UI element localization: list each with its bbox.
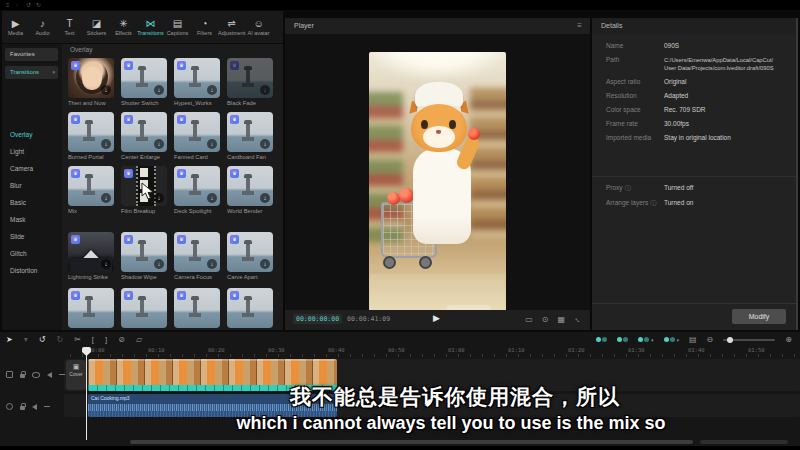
speaker-icon[interactable] xyxy=(47,372,52,378)
transition-world-bender[interactable]: ♛↓World Bender xyxy=(227,166,273,215)
sidebar-item-distortion[interactable]: Distortion xyxy=(10,266,37,275)
sidebar-item-basic[interactable]: Basic xyxy=(10,198,26,207)
transition-shutter-switch[interactable]: ♛↓Shutter Switch xyxy=(121,58,167,107)
download-icon[interactable]: ↓ xyxy=(154,139,164,149)
trim-left-icon[interactable]: [ xyxy=(92,333,94,346)
transition-camera-focus[interactable]: ♛↓Camera Focus xyxy=(174,232,220,281)
download-icon[interactable]: ↓ xyxy=(101,85,111,95)
download-icon[interactable]: ↓ xyxy=(154,85,164,95)
app-menu-icon[interactable]: ≡ xyxy=(6,1,10,9)
sidebar-item-light[interactable]: Light xyxy=(10,147,24,156)
transition-fanned-card[interactable]: ♛↓Fanned Card xyxy=(174,112,220,161)
sidebar-favorites-button[interactable]: Favorites xyxy=(5,48,58,61)
download-icon[interactable]: ↓ xyxy=(260,139,270,149)
download-icon[interactable]: ↓ xyxy=(207,85,217,95)
preview-toggle-icon[interactable]: ▾ xyxy=(664,337,680,343)
download-icon[interactable]: ↓ xyxy=(260,193,270,203)
download-icon[interactable]: ↓ xyxy=(207,259,217,269)
transition-burned-portal[interactable]: ♛↓Burned Portal xyxy=(68,112,114,161)
redo-icon[interactable]: ↻ xyxy=(56,333,63,346)
download-icon[interactable]: ↓ xyxy=(154,193,164,203)
transition-center-enlarge[interactable]: ♛↓Center Enlarge xyxy=(121,112,167,161)
link-toggle-icon[interactable]: ▾ xyxy=(638,337,654,343)
redo-icon[interactable]: ↻ xyxy=(36,1,41,9)
tab-text[interactable]: TText xyxy=(56,18,83,37)
transition-shadow-wipe[interactable]: ♛↓Shadow Wipe xyxy=(121,232,167,281)
lock-icon[interactable] xyxy=(20,374,25,378)
transition-partial[interactable]: ♛ xyxy=(174,288,220,328)
info-icon[interactable]: ⓘ xyxy=(650,200,656,206)
select-tool-icon[interactable]: ➤ xyxy=(6,333,13,346)
timeline-scrollbar-end[interactable] xyxy=(700,440,788,444)
modify-button[interactable]: Modify xyxy=(732,309,786,324)
tab-captions[interactable]: ▤Captions xyxy=(164,18,191,37)
render-quality-icon[interactable]: ⊙ xyxy=(542,313,549,326)
download-icon[interactable]: ↓ xyxy=(207,193,217,203)
timeline-ruler[interactable]: 00:0000:1000:2000:3000:4000:5001:0001:10… xyxy=(64,347,800,357)
transition-black-fade[interactable]: ♛↓Black Fade xyxy=(227,58,273,107)
download-icon[interactable]: ↓ xyxy=(101,193,111,203)
select-caret-icon[interactable]: ▾ xyxy=(24,333,28,346)
sidebar-transitions-button[interactable]: Transitions ▾ xyxy=(5,66,58,79)
download-icon[interactable]: ↓ xyxy=(154,259,164,269)
transition-cardboard-fan[interactable]: ♛↓Cardboard Fan xyxy=(227,112,273,161)
grid-icon[interactable]: ▦ xyxy=(557,313,565,326)
circle-icon[interactable] xyxy=(6,403,13,410)
player-menu-icon[interactable]: ≡ xyxy=(577,18,582,34)
sidebar-item-slide[interactable]: Slide xyxy=(10,232,24,241)
eye-icon[interactable] xyxy=(32,372,40,378)
transition-lightning-strike[interactable]: ♛↓Lightning Strike xyxy=(68,232,114,281)
speaker-icon[interactable] xyxy=(32,404,37,410)
download-icon[interactable]: ↓ xyxy=(207,139,217,149)
trim-right-icon[interactable]: ] xyxy=(105,333,107,346)
transition-carve-apart[interactable]: ♛↓Carve Apart xyxy=(227,232,273,281)
minus-icon[interactable] xyxy=(59,374,65,375)
tab-stickers[interactable]: ◪Stickers xyxy=(83,18,110,37)
transition-hypest-works[interactable]: ♛↓Hypest_Works xyxy=(174,58,220,107)
tab-filters[interactable]: ◔Filters xyxy=(191,18,218,37)
sidebar-item-blur[interactable]: Blur xyxy=(10,181,22,190)
save-icon[interactable]: ◦ xyxy=(16,1,18,9)
transition-partial[interactable]: ♛ xyxy=(227,288,273,328)
download-icon[interactable]: ↓ xyxy=(260,85,270,95)
crop-icon[interactable]: ▱ xyxy=(136,333,142,346)
timeline-zoom-slider[interactable] xyxy=(723,339,775,341)
undo-icon[interactable]: ↺ xyxy=(39,333,46,346)
download-icon[interactable]: ↓ xyxy=(101,139,111,149)
tab-effects[interactable]: ✳Effects xyxy=(110,18,137,37)
magnet-toggle-icon[interactable] xyxy=(596,337,607,342)
square-icon[interactable] xyxy=(6,371,13,378)
preview-canvas[interactable] xyxy=(285,34,590,310)
zoom-out-icon[interactable]: ⊖ xyxy=(707,333,714,346)
fullscreen-icon[interactable]: ↔ xyxy=(571,312,586,327)
sidebar-item-camera[interactable]: Camera xyxy=(10,164,33,173)
download-icon[interactable]: ↓ xyxy=(260,259,270,269)
download-icon[interactable]: ↓ xyxy=(101,259,111,269)
sidebar-item-glitch[interactable]: Glitch xyxy=(10,249,27,258)
tab-ai-avatar[interactable]: ☺AI avatar xyxy=(245,18,272,37)
sidebar-item-mask[interactable]: Mask xyxy=(10,215,26,224)
play-button[interactable]: ▶ xyxy=(433,313,440,323)
transition-then-and-now[interactable]: ♛↓Then and Now xyxy=(68,58,114,107)
transition-partial[interactable]: ♛ xyxy=(68,288,114,328)
timeline-scrollbar[interactable] xyxy=(130,440,693,444)
transition-partial[interactable]: ♛ xyxy=(121,288,167,328)
tab-adjustment[interactable]: ⇌Adjustment xyxy=(218,18,245,37)
ratio-icon[interactable]: ▭ xyxy=(525,313,533,326)
snap-toggle-icon[interactable] xyxy=(617,337,628,342)
lock-icon[interactable] xyxy=(20,406,25,410)
transition-mix[interactable]: ♛↓Mix xyxy=(68,166,114,215)
info-icon[interactable]: ⓘ xyxy=(625,185,631,191)
undo-icon[interactable]: ↺ xyxy=(26,1,31,9)
split-icon[interactable]: ✂ xyxy=(74,333,81,346)
zoom-slider-knob[interactable] xyxy=(727,337,733,343)
sidebar-item-overlay[interactable]: Overlay xyxy=(10,130,32,139)
zoom-in-icon[interactable]: ⊕ xyxy=(785,333,792,346)
minus-icon[interactable] xyxy=(44,406,50,407)
tab-transitions[interactable]: ⋈Transitions xyxy=(137,18,164,37)
preview-frame-icon[interactable]: ▤ xyxy=(689,333,697,346)
delete-icon[interactable]: ⊘ xyxy=(118,333,125,346)
transition-film-breakup[interactable]: ♛↓Film Breakup xyxy=(121,166,167,215)
tab-media[interactable]: ▶Media xyxy=(2,18,29,37)
transition-deck-spotlight[interactable]: ♛↓Deck Spotlight xyxy=(174,166,220,215)
